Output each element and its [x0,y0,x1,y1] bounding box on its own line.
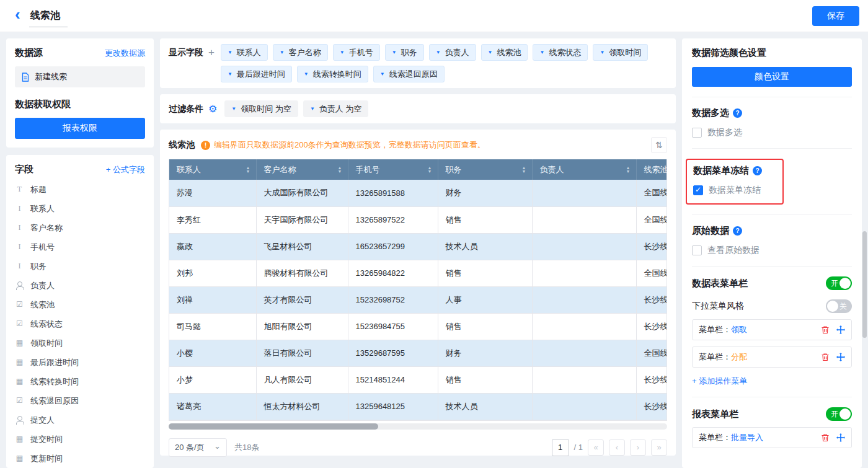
cell-contact[interactable]: 嬴政 [169,233,256,260]
table-menu-toggle[interactable]: 开 [826,276,852,290]
field-item[interactable]: ☑ 线索状态 [15,314,145,333]
table-row[interactable]: 苏漫 大成国际有限公司 13265891588 财务 全国线索 [169,180,667,206]
cell-leadpool[interactable]: 全国线索 [636,206,667,233]
horizontal-scrollbar-thumb[interactable] [169,423,378,430]
display-field-chip[interactable]: 联系人 [221,44,268,61]
display-field-chip[interactable]: 线索退回原因 [373,66,445,82]
cell-position[interactable]: 人事 [438,286,532,313]
display-field-chip[interactable]: 领取时间 [593,44,648,61]
cell-leadpool[interactable]: 长沙线索 [636,286,667,313]
cell-phone[interactable]: 13259648125 [348,393,438,420]
cell-customer[interactable]: 凡人有限公司 [256,366,348,393]
dropdown-style-toggle[interactable]: 关 [826,299,852,313]
field-item[interactable]: ▦ 更新时间 [15,449,145,468]
table-row[interactable]: 刘邦 腾骏材料有限公司 13265984822 销售 全国线索 [169,260,667,286]
cell-contact[interactable]: 小梦 [169,366,256,393]
field-item[interactable]: I 职务 [15,257,145,276]
field-item[interactable]: I 客户名称 [15,218,145,237]
add-formula-field-link[interactable]: + 公式字段 [106,164,145,175]
cell-owner[interactable] [532,286,636,313]
cell-customer[interactable]: 旭阳有限公司 [256,313,348,340]
column-header[interactable]: 负责人 [532,159,636,180]
cell-position[interactable]: 财务 [438,180,532,206]
display-field-chip[interactable]: 线索状态 [533,44,588,61]
column-sort-icon[interactable] [626,166,631,174]
horizontal-scrollbar-track[interactable] [169,423,667,430]
table-row[interactable]: 嬴政 飞星材料公司 16523657299 技术人员 长沙线索 [169,233,667,260]
display-field-chip[interactable]: 客户名称 [273,44,328,61]
datasource-item[interactable]: 新建线索 [15,66,145,87]
cell-customer[interactable]: 腾骏材料有限公司 [256,260,348,286]
cell-customer[interactable]: 落日有限公司 [256,340,348,366]
page-nav-button[interactable]: « [588,439,604,456]
cell-position[interactable]: 销售 [438,366,532,393]
cell-owner[interactable] [532,206,636,233]
column-sort-icon[interactable] [522,166,526,174]
column-header[interactable]: 职务 [438,159,532,180]
field-item[interactable]: I 手机号 [15,237,145,257]
display-field-chip[interactable]: 负责人 [429,44,476,61]
save-button[interactable]: 保存 [812,6,859,26]
raw-data-checkbox[interactable] [692,245,702,255]
column-header[interactable]: 联系人 [169,159,256,180]
column-sort-icon[interactable] [246,166,250,174]
cell-customer[interactable]: 天宇国际有限公司 [256,206,348,233]
add-display-field-button[interactable]: + [208,46,215,59]
column-sort-icon[interactable] [428,166,432,174]
page-scrollbar-thumb[interactable] [862,231,867,338]
cell-owner[interactable] [532,260,636,286]
cell-leadpool[interactable]: 全国线索 [636,340,667,366]
display-field-chip[interactable]: 手机号 [333,44,380,61]
cell-phone[interactable]: 15236984755 [348,313,438,340]
add-operation-menu-link[interactable]: + 添加操作菜单 [692,376,747,387]
move-icon[interactable] [836,353,845,361]
cell-leadpool[interactable]: 长沙线索 [636,233,667,260]
cell-owner[interactable] [532,393,636,420]
table-row[interactable]: 诸葛亮 恒太方材料公司 13259648125 技术人员 长沙线索 [169,393,667,420]
sort-icon[interactable]: ⇅ [651,137,667,153]
cell-owner[interactable] [532,180,636,206]
table-row[interactable]: 小梦 凡人有限公司 15214851244 销售 长沙线索 [169,366,667,393]
cell-contact[interactable]: 司马懿 [169,313,256,340]
multi-select-checkbox[interactable] [692,128,702,138]
field-item[interactable]: I 联系人 [15,199,145,218]
cell-leadpool[interactable]: 长沙线索 [636,366,667,393]
display-field-chip[interactable]: 线索转换时间 [297,66,368,82]
cell-owner[interactable] [532,233,636,260]
cell-customer[interactable]: 恒太方材料公司 [256,393,348,420]
field-item[interactable]: ▦ 线索转换时间 [15,372,145,391]
cell-customer[interactable]: 英才有限公司 [256,286,348,313]
color-settings-button[interactable]: 颜色设置 [692,67,852,87]
field-item[interactable]: ▦ 提交时间 [15,430,145,449]
help-icon[interactable]: ? [753,166,762,175]
column-sort-icon[interactable] [338,166,342,174]
delete-icon[interactable] [821,353,830,361]
filter-chip[interactable]: 领取时间 为空 [224,100,298,117]
cell-phone[interactable]: 13265891588 [348,180,438,206]
cell-leadpool[interactable]: 长沙线索 [636,393,667,420]
report-permission-button[interactable]: 报表权限 [15,118,145,139]
cell-contact[interactable]: 李秀红 [169,206,256,233]
cell-leadpool[interactable]: 全国线索 [636,260,667,286]
move-icon[interactable] [836,325,845,334]
cell-position[interactable]: 财务 [438,340,532,366]
cell-phone[interactable]: 13265984822 [348,260,438,286]
cell-contact[interactable]: 刘邦 [169,260,256,286]
cell-leadpool[interactable]: 全国线索 [636,180,667,206]
cell-phone[interactable]: 15232698752 [348,286,438,313]
page-nav-button[interactable]: ‹ [609,439,625,456]
field-item[interactable]: ☑ 线索池 [15,295,145,314]
page-nav-button[interactable]: › [630,439,646,456]
column-header[interactable]: 客户名称 [256,159,348,180]
cell-customer[interactable]: 大成国际有限公司 [256,180,348,206]
table-row[interactable]: 刘禅 英才有限公司 15232698752 人事 长沙线索 [169,286,667,313]
cell-phone[interactable]: 16523657299 [348,233,438,260]
page-title[interactable]: 线索池 [30,9,60,22]
help-icon[interactable]: ? [733,226,742,236]
current-page-input[interactable]: 1 [552,439,569,456]
cell-phone[interactable]: 15214851244 [348,366,438,393]
cell-phone[interactable]: 13265897522 [348,206,438,233]
cell-phone[interactable]: 13529687595 [348,340,438,366]
cell-position[interactable]: 技术人员 [438,233,532,260]
display-field-chip[interactable]: 职务 [385,44,424,61]
